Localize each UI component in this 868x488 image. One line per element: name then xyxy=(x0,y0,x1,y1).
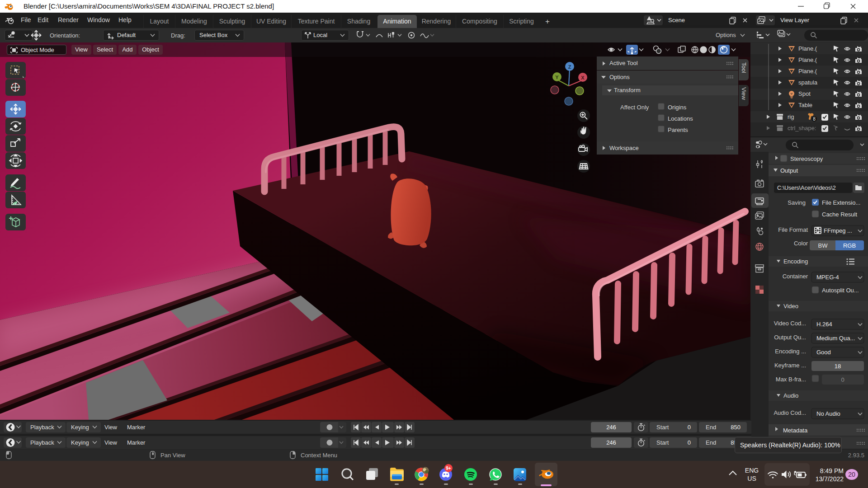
svg-text:0: 0 xyxy=(841,376,844,383)
svg-text:Audio: Audio xyxy=(783,392,798,399)
svg-text:File Extensio...: File Extensio... xyxy=(822,199,860,206)
svg-text:8:49 PM: 8:49 PM xyxy=(820,467,844,474)
svg-text:Plane.(: Plane.( xyxy=(798,56,817,63)
svg-text:ctrl_shape:: ctrl_shape: xyxy=(788,125,816,131)
svg-text:13/7/2022: 13/7/2022 xyxy=(816,475,844,483)
svg-text:2.93.5: 2.93.5 xyxy=(848,452,864,459)
svg-text:Good: Good xyxy=(816,349,831,356)
svg-text:8: 8 xyxy=(813,117,816,122)
svg-text:Context Menu: Context Menu xyxy=(301,452,337,459)
svg-text:Cache Result: Cache Result xyxy=(822,211,857,218)
svg-text:Encoding ...: Encoding ... xyxy=(775,348,806,355)
svg-text:spatula: spatula xyxy=(798,79,818,86)
svg-text:RGB: RGB xyxy=(843,242,856,249)
svg-text:Spot: Spot xyxy=(798,90,811,97)
svg-text:18: 18 xyxy=(835,363,841,370)
svg-text:Video Cod...: Video Cod... xyxy=(774,320,806,327)
svg-text:20: 20 xyxy=(848,471,855,478)
svg-text:Color: Color xyxy=(794,240,808,247)
svg-text:US: US xyxy=(747,475,756,482)
svg-text:Z: Z xyxy=(568,64,571,70)
svg-text:9+: 9+ xyxy=(446,466,451,471)
svg-text:rig: rig xyxy=(788,113,794,120)
svg-text:Medium Qua...: Medium Qua... xyxy=(816,335,855,342)
svg-text:Max B-fra...: Max B-fra... xyxy=(776,376,806,383)
svg-text:Table: Table xyxy=(798,102,812,108)
svg-text:MPEG-4: MPEG-4 xyxy=(816,274,839,281)
svg-text:Y: Y xyxy=(555,75,559,80)
svg-text:Pan View: Pan View xyxy=(160,452,185,459)
svg-text:FFmpeg ...: FFmpeg ... xyxy=(824,227,852,234)
svg-text:Plane.(: Plane.( xyxy=(798,68,817,75)
svg-text:No Audio: No Audio xyxy=(816,410,840,417)
svg-text:Container: Container xyxy=(783,273,808,280)
svg-text:Video: Video xyxy=(783,303,798,310)
svg-text:X: X xyxy=(581,75,585,80)
svg-text:BW: BW xyxy=(818,242,828,249)
svg-text:Stereoscopy: Stereoscopy xyxy=(790,155,823,162)
svg-text:ENG: ENG xyxy=(745,467,759,474)
svg-text:Plane.(: Plane.( xyxy=(798,45,817,52)
svg-text:Encoding: Encoding xyxy=(783,258,808,265)
svg-text:Autosplit Ou...: Autosplit Ou... xyxy=(822,287,859,294)
svg-text:Keyframe ...: Keyframe ... xyxy=(774,362,806,369)
svg-text:File Format: File Format xyxy=(778,226,808,233)
svg-text:Output Qu...: Output Qu... xyxy=(774,334,806,341)
svg-text:H.264: H.264 xyxy=(816,321,832,328)
svg-text:C:\Users\Acer\Videos\2: C:\Users\Acer\Videos\2 xyxy=(777,185,836,191)
svg-text:Saving: Saving xyxy=(788,199,806,206)
svg-text:Audio Cod...: Audio Cod... xyxy=(774,409,806,416)
svg-text:Output: Output xyxy=(780,167,798,174)
